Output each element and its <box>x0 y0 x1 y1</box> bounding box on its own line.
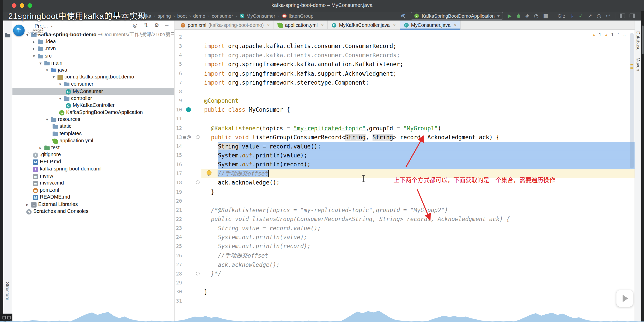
fold-circle-icon[interactable] <box>196 135 199 139</box>
editor-gutter[interactable]: 2345678910111213≣@1415161718192021222324… <box>175 30 201 322</box>
editor-scrollbar-thumb[interactable] <box>630 33 634 169</box>
build-hammer-icon[interactable] <box>400 13 406 19</box>
code-line-31[interactable] <box>201 296 635 306</box>
code-line-6[interactable]: import org.springframework.kafka.support… <box>201 69 635 78</box>
code-line-21[interactable]: /*@KafkaListener(topics = "my-replicated… <box>201 205 635 215</box>
tool-tab-maven[interactable]: Maven <box>636 57 641 71</box>
tree-item-src[interactable]: ▾src <box>12 52 174 60</box>
chevron-down-icon[interactable]: ▾ <box>46 117 48 123</box>
code-line-23[interactable]: String value = record.value(); <box>201 224 635 233</box>
tree-item-mvn[interactable]: ▸.mvn <box>12 45 174 53</box>
channel-logo[interactable]: 千 <box>13 25 25 36</box>
code-line-13[interactable]: public void listenGroup(ConsumerRecord<S… <box>201 133 635 142</box>
code-line-30[interactable]: } <box>201 288 635 297</box>
run-config-select[interactable]: KafkaSpringBootDemoApplication ▾ <box>411 12 503 20</box>
tree-item-mvnw[interactable]: mvnw <box>12 172 174 180</box>
git-push-button[interactable]: ↗ <box>588 13 592 18</box>
tree-item-test[interactable]: ▸test <box>12 144 174 152</box>
tree-item-com-qf-kafka-spring-boot-demo[interactable]: ▾com.qf.kafka.spring.boot.demo <box>12 74 174 81</box>
close-icon[interactable]: × <box>267 22 270 28</box>
run-button[interactable]: ▶ <box>508 13 512 18</box>
tree-item-pom-xml[interactable]: pom.xml <box>12 187 174 194</box>
follow-button[interactable]: + 关注 <box>28 27 43 35</box>
history-button[interactable]: ◷ <box>597 13 601 18</box>
chevron-down-icon[interactable]: ▾ <box>59 81 61 88</box>
close-icon[interactable]: × <box>321 22 324 28</box>
tree-item-mykafkacontroller[interactable]: MyKafkaController <box>12 102 174 109</box>
code-line-20[interactable] <box>201 196 635 205</box>
window-layout-right-icon[interactable] <box>630 14 635 18</box>
git-commit-button[interactable]: ✓ <box>579 13 583 18</box>
profiler-button[interactable]: ◔ <box>534 13 539 18</box>
tree-item-mvnw-cmd[interactable]: mvnw.cmd <box>12 180 174 187</box>
breadcrumb-consumer[interactable]: consumer <box>212 13 233 19</box>
breadcrumb-spring[interactable]: spring <box>158 13 171 19</box>
hide-panel-button[interactable]: ─ <box>165 22 169 28</box>
tree-item-kafkaspringbootdemoapplication[interactable]: KafkaSpringBootDemoApplication <box>12 109 174 116</box>
close-icon[interactable]: × <box>393 22 396 28</box>
code-line-10[interactable]: public class MyConsumer { <box>201 105 635 114</box>
tree-item-kafka-spring-boot-demo-iml[interactable]: kafka-spring-boot-demo.iml <box>12 165 174 172</box>
code-line-29[interactable] <box>201 278 635 288</box>
tree-item-readme-md[interactable]: README.md <box>12 194 174 201</box>
code-line-12[interactable]: @KafkaListener(topics = "my-replicated-t… <box>201 123 635 133</box>
breadcrumb-myconsumer[interactable]: MyConsumer <box>240 13 275 19</box>
listener-gutter-icon[interactable]: ≣@ <box>183 135 191 140</box>
project-tool-icon[interactable] <box>5 33 10 38</box>
tree-item-idea[interactable]: ▸.idea <box>12 38 174 45</box>
code-line-19[interactable]: } <box>201 187 635 197</box>
editor-tab-myconsumer-java[interactable]: MyConsumer.java× <box>400 20 461 29</box>
tree-item-main[interactable]: ▾main <box>12 60 174 67</box>
code-editor[interactable]: 2345678910111213≣@1415161718192021222324… <box>175 30 635 322</box>
prev-issue-chevron-icon[interactable]: ⌃ <box>616 32 620 37</box>
debug-button[interactable] <box>516 13 521 18</box>
chevron-down-icon[interactable]: ▾ <box>53 74 55 81</box>
code-line-5[interactable]: import org.springframework.kafka.annotat… <box>201 60 635 69</box>
code-line-15[interactable]: System.out.println(value); <box>201 151 635 160</box>
stop-button[interactable]: ■ <box>543 13 548 18</box>
editor-tab-application-yml[interactable]: application.yml× <box>274 20 328 29</box>
outer-scrollbar-thumb[interactable] <box>642 26 643 54</box>
breadcrumb-demo[interactable]: demo <box>193 13 205 19</box>
inspection-widget[interactable]: ▲ 1 ▲ 1 ⌃ ⌄ <box>592 32 626 37</box>
tree-item-help-md[interactable]: HELP.md <box>12 158 174 166</box>
tool-square-icon[interactable] <box>3 316 6 319</box>
tree-item-consumer[interactable]: ▾consumer <box>12 81 174 88</box>
locate-file-button[interactable]: ◎ <box>133 22 137 28</box>
tree-item-controller[interactable]: ▾controller <box>12 95 174 102</box>
chevron-down-icon[interactable]: ▾ <box>39 60 41 66</box>
chevron-down-icon[interactable]: ▾ <box>46 67 48 74</box>
tree-item-java[interactable]: ▾java <box>12 66 174 74</box>
tool-square-icon[interactable] <box>7 316 11 319</box>
git-update-button[interactable]: ↓ <box>570 13 574 18</box>
expand-collapse-button[interactable]: ⇅ <box>144 22 148 28</box>
code-line-22[interactable]: public void listensGroup(ConsumerRecords… <box>201 215 635 224</box>
tree-item-resources[interactable]: ▾resources <box>12 116 174 123</box>
tool-tab-database[interactable]: Database <box>636 31 641 51</box>
fold-circle-icon[interactable] <box>196 181 199 184</box>
code-line-9[interactable]: @Component <box>201 96 635 105</box>
code-line-16[interactable]: System.out.println(record); <box>201 160 635 169</box>
code-line-27[interactable]: ack.acknowledge(); <box>201 260 635 269</box>
chevron-right-icon[interactable]: ▸ <box>33 46 35 52</box>
tree-item-static[interactable]: static <box>12 123 174 130</box>
tree-item-scratches-and-consoles[interactable]: Scratches and Consoles <box>12 208 174 215</box>
tree-item-myconsumer[interactable]: MyConsumer <box>12 88 174 95</box>
chevron-right-icon[interactable]: ▸ <box>26 201 28 208</box>
code-line-26[interactable]: //手动提交offset <box>201 251 635 260</box>
code-line-3[interactable]: import org.apache.kafka.clients.consumer… <box>201 42 635 51</box>
code-line-14[interactable]: String value = record.value(); <box>201 142 635 151</box>
chevron-right-icon[interactable]: ▸ <box>33 39 35 45</box>
close-icon[interactable]: × <box>454 22 457 28</box>
tree-item-application-yml[interactable]: application.yml <box>12 137 174 144</box>
fold-circle-icon[interactable] <box>196 272 199 275</box>
intention-bulb-icon[interactable] <box>206 170 211 176</box>
tree-item-templates[interactable]: templates <box>12 130 174 137</box>
code-line-28[interactable]: }*/ <box>201 269 635 278</box>
breadcrumb-boot[interactable]: boot <box>177 13 187 19</box>
code-line-25[interactable]: System.out.println(record); <box>201 242 635 251</box>
chevron-down-icon[interactable]: ▾ <box>33 53 35 60</box>
next-issue-chevron-icon[interactable]: ⌄ <box>623 32 626 37</box>
coverage-button[interactable]: ◈ <box>525 13 529 18</box>
code-line-24[interactable]: System.out.println(value); <box>201 233 635 242</box>
